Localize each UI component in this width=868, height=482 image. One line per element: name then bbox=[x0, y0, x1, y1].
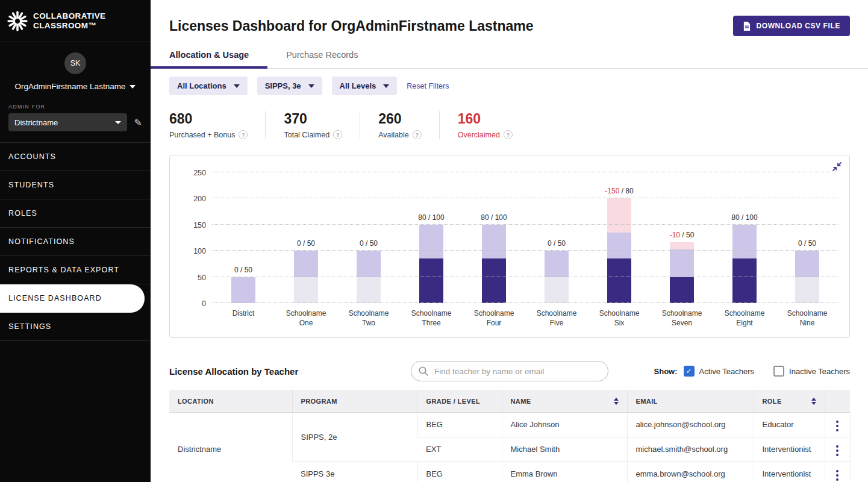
chart-bar[interactable]: 80 / 100 bbox=[400, 172, 463, 303]
cell-name: Michael Smith bbox=[502, 437, 627, 462]
admin-for-block: ADMIN FOR Districtname ✎ bbox=[0, 100, 151, 142]
chart-plot-area: 0 / 500 / 500 / 5080 / 10080 / 1000 / 50… bbox=[212, 172, 838, 303]
gridline bbox=[212, 302, 838, 303]
bar-segment-available bbox=[419, 225, 443, 258]
chart-bar[interactable]: -10 / 50 bbox=[651, 172, 713, 303]
inactive-teachers-checkbox[interactable]: ✓ Inactive Teachers bbox=[773, 366, 850, 377]
row-actions-kebab-icon[interactable] bbox=[834, 468, 841, 482]
bar-segment-available bbox=[545, 251, 569, 277]
table-row: Districtname SIPPS, 2e BEG Alice Johnson… bbox=[169, 412, 850, 437]
chart-bar[interactable]: 0 / 50 bbox=[776, 172, 838, 303]
bar-segment-available bbox=[294, 251, 318, 277]
bar-segment-claimed bbox=[732, 258, 757, 303]
main-content: Licenses Dashboard for OrgAdminFirstname… bbox=[151, 0, 868, 482]
level-filter-value: All Levels bbox=[340, 81, 376, 90]
tab-allocation-usage[interactable]: Allocation & Usage bbox=[151, 50, 267, 68]
chart-bar[interactable]: 0 / 50 bbox=[275, 172, 337, 303]
chart-bar[interactable]: 0 / 50 bbox=[212, 172, 275, 303]
cell-program: SIPPS 3e bbox=[292, 462, 417, 482]
cell-location: Districtname bbox=[169, 412, 292, 482]
location-filter-dropdown[interactable]: All Locations bbox=[169, 77, 248, 95]
download-csv-button[interactable]: DOWNLOAD CSV FILE bbox=[733, 16, 850, 36]
bar-segment-unallocated bbox=[357, 277, 381, 303]
chart-x-axis-labels: DistrictSchoolname OneSchoolname TwoScho… bbox=[212, 308, 838, 328]
bar-value-label: 0 / 50 bbox=[548, 239, 566, 248]
chevron-down-icon bbox=[115, 121, 121, 124]
active-teachers-checkbox[interactable]: ✓ Active Teachers bbox=[684, 366, 755, 377]
teacher-search-input[interactable] bbox=[411, 361, 608, 381]
bar-value-label: 0 / 50 bbox=[234, 266, 252, 274]
x-axis-category-label: Schoolname One bbox=[275, 308, 337, 328]
x-axis-category-label: Schoolname Eight bbox=[713, 308, 776, 328]
cell-role: Educator bbox=[754, 412, 825, 437]
header-grade-level: GRADE / LEVEL bbox=[417, 390, 502, 412]
chart-bar[interactable]: 80 / 100 bbox=[463, 172, 525, 303]
page-title: Licenses Dashboard for OrgAdminFirstname… bbox=[169, 18, 534, 34]
help-icon[interactable]: ? bbox=[413, 130, 422, 139]
help-icon[interactable]: ? bbox=[239, 130, 248, 139]
program-filter-dropdown[interactable]: SIPPS, 3e bbox=[257, 77, 322, 95]
sidebar-item-notifications[interactable]: NOTIFICATIONS bbox=[0, 228, 151, 256]
row-actions-kebab-icon[interactable] bbox=[834, 443, 841, 459]
cell-role: Interventionist bbox=[754, 462, 825, 482]
sidebar-item-roles[interactable]: ROLES bbox=[0, 199, 151, 228]
x-axis-category-label: Schoolname Six bbox=[588, 308, 651, 328]
edit-org-icon[interactable]: ✎ bbox=[134, 117, 142, 128]
reset-filters-link[interactable]: Reset Filters bbox=[407, 82, 449, 90]
sidebar-item-students[interactable]: STUDENTS bbox=[0, 171, 151, 199]
level-filter-dropdown[interactable]: All Levels bbox=[332, 77, 398, 95]
teacher-section-heading: License Allocation by Teacher bbox=[169, 366, 411, 377]
starburst-logo-icon bbox=[7, 11, 28, 31]
admin-for-label: ADMIN FOR bbox=[8, 104, 142, 110]
bar-segment-available bbox=[670, 249, 694, 277]
stats-row: 680 Purchased + Bonus ? 370 Total Claime… bbox=[151, 95, 868, 139]
user-name-label: OrgAdminFirstname Lastname bbox=[15, 82, 126, 91]
bar-segment-unallocated bbox=[795, 277, 819, 303]
user-menu[interactable]: OrgAdminFirstname Lastname bbox=[15, 82, 136, 91]
x-axis-category-label: Schoolname Four bbox=[463, 308, 525, 328]
chevron-down-icon bbox=[234, 84, 240, 88]
x-axis-category-label: Schoolname Nine bbox=[776, 308, 838, 328]
bar-segment-claimed bbox=[607, 258, 631, 303]
cell-email: michael.smith@school.org bbox=[627, 437, 754, 462]
tab-purchase-records[interactable]: Purchase Records bbox=[267, 50, 376, 68]
cell-grade: BEG bbox=[417, 462, 502, 482]
help-icon[interactable]: ? bbox=[504, 130, 513, 139]
logo-wordmark: COLLABORATIVE CLASSROOM™ bbox=[33, 11, 105, 30]
chart-bar[interactable]: 0 / 50 bbox=[337, 172, 400, 303]
bar-value-label: 80 / 100 bbox=[731, 213, 757, 222]
cell-role: Interventionist bbox=[754, 437, 825, 462]
show-filter-group: Show: ✓ Active Teachers ✓ Inactive Teach… bbox=[608, 366, 850, 377]
header-email: EMAIL bbox=[627, 390, 754, 412]
gridline bbox=[212, 277, 838, 277]
bar-segment-available bbox=[607, 233, 631, 258]
checkbox-label: Inactive Teachers bbox=[789, 367, 850, 376]
sidebar-item-reports[interactable]: REPORTS & DATA EXPORT bbox=[0, 256, 151, 284]
app-root: COLLABORATIVE CLASSROOM™ SK OrgAdminFirs… bbox=[0, 0, 868, 482]
bar-segment-available bbox=[482, 225, 506, 258]
sidebar-item-settings[interactable]: SETTINGS bbox=[0, 313, 151, 341]
cell-program: SIPPS, 2e bbox=[292, 412, 417, 462]
avatar: SK bbox=[64, 52, 86, 74]
sidebar-item-accounts[interactable]: ACCOUNTS bbox=[0, 143, 151, 171]
sidebar-item-license-dashboard[interactable]: LICENSE DASHBOARD bbox=[0, 284, 145, 313]
bar-segment-overclaimed bbox=[670, 242, 694, 249]
y-axis-tick-label: 50 bbox=[183, 274, 206, 282]
sort-role-icon[interactable] bbox=[811, 398, 816, 405]
chart-bar[interactable]: -150 / 80 bbox=[588, 172, 651, 303]
gridline bbox=[212, 172, 838, 172]
org-dropdown[interactable]: Districtname bbox=[8, 113, 127, 131]
x-axis-category-label: Schoolname Two bbox=[337, 308, 400, 328]
stat-label: Overclaimed bbox=[458, 131, 500, 139]
stat-label: Available bbox=[378, 131, 409, 139]
sort-name-icon[interactable] bbox=[614, 398, 619, 405]
help-icon[interactable]: ? bbox=[333, 130, 342, 139]
teacher-controls-row: License Allocation by Teacher Show: ✓ Ac… bbox=[151, 338, 868, 381]
bar-segment-available bbox=[357, 251, 381, 277]
y-axis-tick-label: 0 bbox=[183, 299, 206, 308]
chevron-down-icon bbox=[308, 84, 314, 88]
chart-bar[interactable]: 80 / 100 bbox=[713, 172, 776, 303]
chart-bar[interactable]: 0 / 50 bbox=[525, 172, 588, 303]
show-label: Show: bbox=[654, 367, 678, 376]
row-actions-kebab-icon[interactable] bbox=[834, 418, 841, 434]
